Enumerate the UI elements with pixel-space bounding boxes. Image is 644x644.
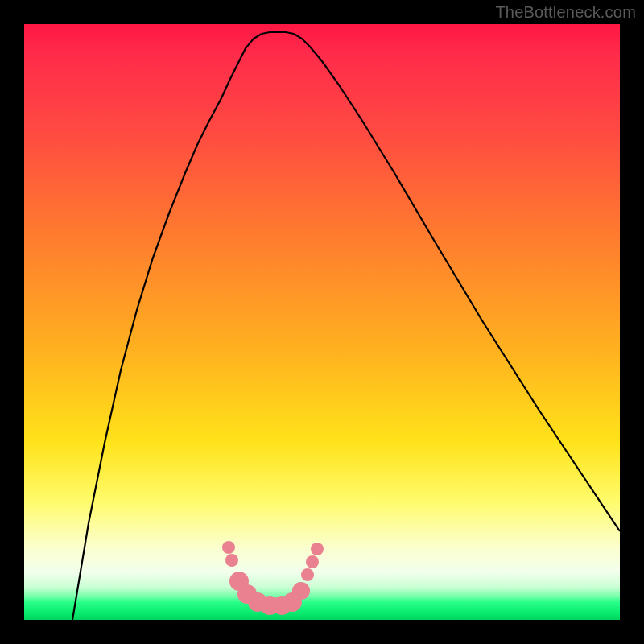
right-curve-line — [294, 34, 620, 531]
marker-group — [222, 541, 324, 615]
chart-lines — [72, 32, 620, 620]
data-marker — [301, 568, 314, 581]
left-curve-line — [72, 34, 262, 620]
plot-area — [24, 24, 620, 620]
chart-svg — [24, 24, 620, 620]
chart-stage: TheBottleneck.com — [0, 0, 644, 644]
data-marker — [225, 554, 238, 567]
data-marker — [311, 543, 324, 555]
flat-bottom-line — [262, 32, 294, 34]
data-marker — [306, 555, 319, 568]
watermark-text: TheBottleneck.com — [495, 3, 636, 22]
data-marker — [222, 541, 235, 554]
data-marker — [292, 582, 310, 600]
